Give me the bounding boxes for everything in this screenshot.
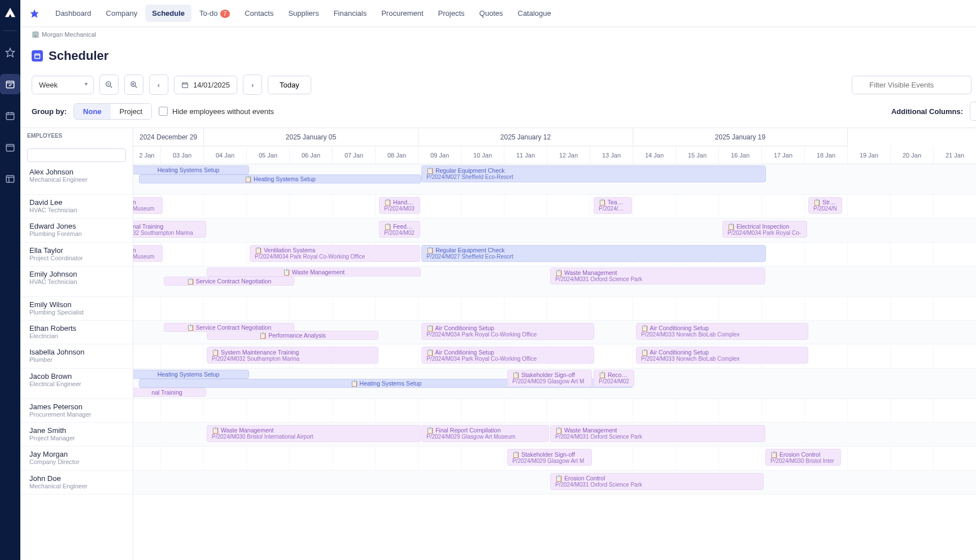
- day-header: 06 Jan: [290, 146, 333, 164]
- zoom-in-button[interactable]: [124, 75, 143, 95]
- employee-row[interactable]: Jay MorganCompany Director: [20, 447, 133, 470]
- employee-row[interactable]: Emily WilsonPlumbing Specialist: [20, 297, 133, 321]
- schedule-event[interactable]: nMuseum: [133, 245, 163, 262]
- schedule-event[interactable]: 📋 FeedbackP/2024/M02: [379, 221, 420, 238]
- schedule-event[interactable]: 📋 Regular Equipment CheckP/2024/M027 She…: [421, 245, 766, 262]
- schedule-event[interactable]: nal Training32 Southampton Marina: [133, 221, 206, 238]
- schedule-event[interactable]: 📋 Air Conditioning SetupP/2024/M034 Park…: [421, 323, 594, 340]
- employee-row[interactable]: Jane SmithProject Manager: [20, 423, 133, 447]
- calendar-icon: [181, 81, 189, 89]
- schedule-event[interactable]: 📋 Stakeholder Sign-offP/2024/M029 Glasgo…: [507, 449, 592, 466]
- day-header: 11 Jan: [504, 146, 547, 164]
- employee-row[interactable]: Alex JohnsonMechanical Engineer: [20, 164, 133, 195]
- schedule-event[interactable]: 📋 Erosion ControlP/2024/M031 Oxford Scie…: [550, 473, 764, 490]
- schedule-event[interactable]: 📋 Stakeholder Sign-offP/2024/M029 Glasgo…: [507, 370, 592, 387]
- nav-tab-projects[interactable]: Projects: [432, 5, 472, 22]
- employee-header: EMPLOYEES: [20, 128, 133, 146]
- employee-name: Jacob Brown: [29, 372, 124, 380]
- filter-events-input[interactable]: [852, 76, 971, 94]
- employee-name: Emily Wilson: [29, 300, 124, 309]
- next-button[interactable]: ›: [243, 75, 262, 95]
- schedule-event[interactable]: 📋 Waste Management: [207, 268, 421, 277]
- schedule-event[interactable]: 📋 Air Conditioning SetupP/2024/M033 Norw…: [636, 347, 808, 364]
- schedule-event[interactable]: 📋 Air Conditioning SetupP/2024/M034 Park…: [421, 347, 594, 364]
- schedule-event[interactable]: 📋 StructuP/2024/N: [808, 197, 842, 214]
- svg-rect-2: [6, 113, 14, 120]
- app-logo[interactable]: [4, 7, 16, 19]
- nav-tab-financials[interactable]: Financials: [327, 5, 374, 22]
- schedule-event[interactable]: 📋 Ventilation SystemsP/2024/M034 Park Ro…: [250, 245, 420, 262]
- schedule-event[interactable]: nMuseum: [133, 197, 163, 214]
- employee-row[interactable]: Ethan RobertsElectrician: [20, 321, 133, 344]
- employee-name: Ethan Roberts: [29, 324, 124, 333]
- nav-tab-schedule[interactable]: Schedule: [145, 5, 191, 22]
- timeline-row: 📋 Service Contract Negotiation📋 Performa…: [133, 321, 976, 344]
- checkbox-icon: [159, 107, 168, 116]
- schedule-event[interactable]: 📋 Heating Systems Setup: [139, 174, 421, 183]
- nav-tab-suppliers[interactable]: Suppliers: [281, 5, 325, 22]
- schedule-event[interactable]: Heating Systems Setup: [133, 165, 249, 174]
- nav-tab-quotes[interactable]: Quotes: [473, 5, 510, 22]
- rail-calendar-icon[interactable]: [0, 106, 20, 126]
- schedule-event[interactable]: 📋 Waste ManagementP/2024/M031 Oxford Sci…: [550, 425, 765, 442]
- employee-row[interactable]: David LeeHVAC Technician: [20, 195, 133, 218]
- calendar-icon: [32, 50, 43, 62]
- hide-empty-checkbox[interactable]: Hide employees without events: [159, 107, 274, 116]
- star-icon[interactable]: [29, 8, 40, 19]
- zoom-out-button[interactable]: [99, 75, 119, 95]
- schedule-event[interactable]: 📋 Erosion ControlP/2024/M030 Bristol Int…: [765, 449, 841, 466]
- group-project[interactable]: Project: [111, 104, 151, 119]
- employee-row[interactable]: John DoeMechanical Engineer: [20, 471, 133, 495]
- additional-columns-select[interactable]: [970, 102, 976, 121]
- prev-button[interactable]: ‹: [149, 75, 168, 95]
- employee-row[interactable]: Edward JonesPlumbing Foreman: [20, 218, 133, 242]
- nav-tab-dashboard[interactable]: Dashboard: [49, 5, 98, 22]
- employee-row[interactable]: Jacob BrownElectrical Engineer: [20, 369, 133, 399]
- rail-favorites-icon[interactable]: [0, 42, 20, 63]
- schedule-event[interactable]: 📋 Team AppP/2024/M02: [594, 197, 632, 214]
- schedule-event[interactable]: 📋 Regular Equipment CheckP/2024/M027 She…: [421, 165, 766, 182]
- schedule-event[interactable]: 📋 Waste ManagementP/2024/M031 Oxford Sci…: [550, 268, 765, 285]
- breadcrumb[interactable]: 🏢 Morgan Mechanical: [20, 27, 976, 41]
- nav-tab-contacts[interactable]: Contacts: [238, 5, 280, 22]
- svg-rect-4: [6, 176, 14, 182]
- employee-row[interactable]: Ella TaylorProject Coordinator: [20, 243, 133, 266]
- view-select[interactable]: Week: [32, 76, 94, 94]
- nav-tab-to-do[interactable]: To-do7: [193, 5, 237, 22]
- timeline-row: 📋 Erosion ControlP/2024/M031 Oxford Scie…: [133, 471, 976, 495]
- schedule-event[interactable]: Heating Systems Setup: [133, 370, 249, 379]
- today-button[interactable]: Today: [268, 76, 311, 94]
- timeline-header: 2024 December 292025 January 052025 Janu…: [133, 128, 976, 164]
- schedule-event[interactable]: 📋 Final Report CompilationP/2024/M029 Gl…: [421, 425, 549, 442]
- group-none[interactable]: None: [74, 104, 111, 119]
- schedule-event[interactable]: nal Training: [133, 388, 206, 397]
- day-header: 18 Jan: [805, 146, 848, 164]
- schedule-event[interactable]: 📋 Waste ManagementP/2024/M030 Bristol In…: [207, 425, 421, 442]
- timeline-row: 📋 Stakeholder Sign-offP/2024/M029 Glasgo…: [133, 447, 976, 470]
- day-header: 04 Jan: [204, 146, 247, 164]
- rail-window-icon[interactable]: [0, 169, 20, 189]
- nav-tab-procurement[interactable]: Procurement: [374, 5, 430, 22]
- employee-role: Electrical Engineer: [29, 380, 124, 387]
- schedule-event[interactable]: 📋 Service Contract Negotiation: [164, 277, 294, 286]
- rail-calendar2-icon[interactable]: [0, 137, 20, 158]
- schedule-event[interactable]: 📋 Air Conditioning SetupP/2024/M033 Norw…: [636, 323, 808, 340]
- nav-tab-catalogue[interactable]: Catalogue: [511, 5, 558, 22]
- page-title: Scheduler: [49, 49, 108, 63]
- schedule-event[interactable]: 📋 System Maintenance TrainingP/2024/M032…: [207, 347, 378, 364]
- nav-tab-company[interactable]: Company: [99, 5, 145, 22]
- timeline-row: Heating Systems Setup📋 Heating Systems S…: [133, 164, 976, 195]
- rail-schedule-icon[interactable]: [0, 74, 20, 94]
- timeline-row: nMuseum📋 HandoverP/2024/M03📋 Team AppP/2…: [133, 195, 976, 218]
- schedule-event[interactable]: 📋 Electrical InspectionP/2024/M034 Park …: [722, 221, 807, 238]
- schedule-event[interactable]: 📋 RecommerP/2024/M02: [594, 370, 634, 387]
- employee-search-input[interactable]: [27, 148, 126, 162]
- schedule-event[interactable]: 📋 Performance Analysis: [207, 331, 378, 340]
- employee-row[interactable]: James PetersonProcurement Manager: [20, 399, 133, 423]
- schedule-event[interactable]: 📋 HandoverP/2024/M03: [379, 197, 420, 214]
- employee-row[interactable]: Isabella JohnsonPlumber: [20, 344, 133, 368]
- timeline-row: 📋 Waste Management📋 Service Contract Neg…: [133, 266, 976, 297]
- week-header: 2024 December 29: [133, 128, 204, 146]
- date-input[interactable]: 14/01/2025: [174, 76, 237, 94]
- employee-row[interactable]: Emily JohnsonHVAC Technician: [20, 266, 133, 297]
